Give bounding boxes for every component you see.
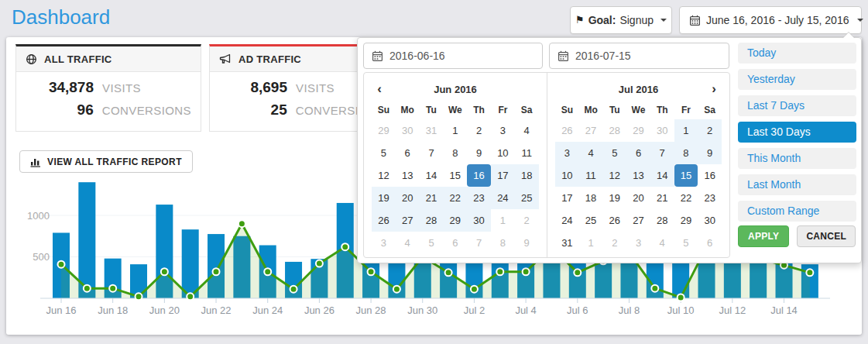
conversions-marker[interactable] (806, 269, 813, 276)
calendar-day[interactable]: 20 (396, 187, 420, 209)
calendar-day[interactable]: 21 (650, 187, 674, 209)
calendar-day[interactable]: 3 (491, 119, 515, 142)
conversions-marker[interactable] (523, 268, 530, 275)
conversions-marker[interactable] (238, 220, 245, 227)
conversions-marker[interactable] (574, 269, 581, 276)
calendar-day[interactable]: 3 (372, 232, 396, 254)
calendar-day[interactable]: 28 (602, 119, 626, 142)
calendar-day[interactable]: 7 (420, 142, 444, 164)
calendar-day[interactable]: 23 (467, 187, 491, 209)
conversions-marker[interactable] (393, 286, 400, 293)
calendar-day[interactable]: 2 (698, 119, 722, 142)
calendar-day[interactable]: 25 (579, 209, 603, 232)
calendar-day[interactable]: 19 (372, 187, 396, 209)
next-month-icon[interactable]: › (706, 79, 722, 99)
conversions-marker[interactable] (84, 285, 91, 292)
preset-this-month[interactable]: This Month (738, 148, 856, 169)
calendar-day[interactable]: 13 (626, 164, 650, 187)
calendar-day[interactable]: 12 (372, 164, 396, 187)
calendar-day[interactable]: 14 (420, 164, 444, 187)
calendar-day[interactable]: 9 (698, 142, 722, 164)
visits-bar[interactable] (78, 182, 95, 298)
calendar-day[interactable]: 22 (674, 187, 698, 209)
calendar-day[interactable]: 29 (372, 119, 396, 142)
visits-bar[interactable] (182, 229, 199, 298)
calendar-day[interactable]: 1 (491, 209, 515, 232)
calendar-day[interactable]: 27 (579, 119, 603, 142)
prev-month-icon[interactable]: ‹ (372, 79, 387, 99)
calendar-day[interactable]: 3 (555, 142, 579, 164)
calendar-day[interactable]: 20 (626, 187, 650, 209)
conversions-marker[interactable] (471, 286, 478, 293)
calendar-day-selected[interactable]: 16 (467, 164, 491, 187)
calendar-day[interactable]: 23 (698, 187, 722, 209)
calendar-day[interactable]: 27 (396, 209, 420, 232)
date-range-button[interactable]: June 16, 2016 - July 15, 2016 (679, 6, 862, 34)
calendar-day[interactable]: 13 (396, 164, 420, 187)
calendar-day[interactable]: 26 (372, 209, 396, 232)
calendar-day[interactable]: 22 (443, 187, 467, 209)
calendar-day[interactable]: 15 (443, 164, 467, 187)
calendar-day[interactable]: 10 (555, 164, 579, 187)
calendar-day[interactable]: 24 (555, 209, 579, 232)
conversions-marker[interactable] (368, 268, 375, 275)
apply-button[interactable]: APPLY (738, 225, 789, 247)
calendar-day[interactable]: 26 (555, 119, 579, 142)
preset-yesterday[interactable]: Yesterday (738, 69, 856, 90)
calendar-day[interactable]: 16 (698, 164, 722, 187)
end-date-input[interactable]: 2016-07-15 (549, 43, 729, 69)
calendar-day[interactable]: 2 (467, 119, 491, 142)
calendar-day[interactable]: 27 (626, 209, 650, 232)
calendar-day[interactable]: 5 (602, 142, 626, 164)
calendar-day[interactable]: 14 (650, 164, 674, 187)
calendar-day[interactable]: 18 (515, 164, 539, 187)
calendar-day[interactable]: 2 (602, 232, 626, 254)
preset-today[interactable]: Today (738, 43, 856, 64)
calendar-day[interactable]: 6 (626, 142, 650, 164)
calendar-day[interactable]: 5 (420, 232, 444, 254)
calendar-day[interactable]: 4 (396, 232, 420, 254)
calendar-day[interactable]: 12 (602, 164, 626, 187)
calendar-day[interactable]: 6 (443, 232, 467, 254)
start-date-input[interactable]: 2016-06-16 (363, 43, 543, 69)
calendar-day[interactable]: 8 (674, 142, 698, 164)
calendar-day[interactable]: 4 (515, 119, 539, 142)
conversions-marker[interactable] (445, 269, 452, 276)
calendar-day[interactable]: 17 (491, 164, 515, 187)
conversions-marker[interactable] (109, 285, 116, 292)
calendar-day[interactable]: 30 (467, 209, 491, 232)
calendar-day-selected[interactable]: 15 (674, 164, 698, 187)
calendar-day[interactable]: 3 (626, 232, 650, 254)
calendar-day[interactable]: 29 (674, 209, 698, 232)
conversions-marker[interactable] (341, 243, 348, 250)
conversions-marker[interactable] (187, 293, 194, 300)
calendar-day[interactable]: 1 (674, 119, 698, 142)
calendar-day[interactable]: 8 (491, 232, 515, 254)
conversions-marker[interactable] (213, 268, 220, 275)
conversions-marker[interactable] (290, 286, 297, 293)
goal-selector-button[interactable]: ⚑ Goal: Signup (570, 6, 672, 34)
conversions-marker[interactable] (651, 285, 658, 292)
calendar-day[interactable]: 17 (555, 187, 579, 209)
calendar-day[interactable]: 26 (602, 209, 626, 232)
calendar-day[interactable]: 7 (650, 142, 674, 164)
calendar-day[interactable]: 19 (602, 187, 626, 209)
calendar-day[interactable]: 1 (579, 232, 603, 254)
conversions-marker[interactable] (58, 261, 65, 268)
calendar-day[interactable]: 1 (443, 119, 467, 142)
calendar-day[interactable]: 9 (467, 142, 491, 164)
calendar-day[interactable]: 29 (443, 209, 467, 232)
preset-last-30-days[interactable]: Last 30 Days (738, 122, 856, 143)
calendar-day[interactable]: 6 (698, 232, 722, 254)
calendar-day[interactable]: 4 (650, 232, 674, 254)
calendar-day[interactable]: 8 (443, 142, 467, 164)
calendar-day[interactable]: 30 (698, 209, 722, 232)
conversions-marker[interactable] (136, 293, 142, 300)
view-all-traffic-report-button[interactable]: VIEW ALL TRAFFIC REPORT (19, 150, 193, 173)
conversions-marker[interactable] (161, 268, 168, 275)
calendar-day[interactable]: 11 (579, 164, 603, 187)
preset-custom-range[interactable]: Custom Range (738, 201, 856, 222)
calendar-day[interactable]: 28 (650, 209, 674, 232)
calendar-day[interactable]: 10 (491, 142, 515, 164)
conversions-marker[interactable] (496, 268, 503, 275)
